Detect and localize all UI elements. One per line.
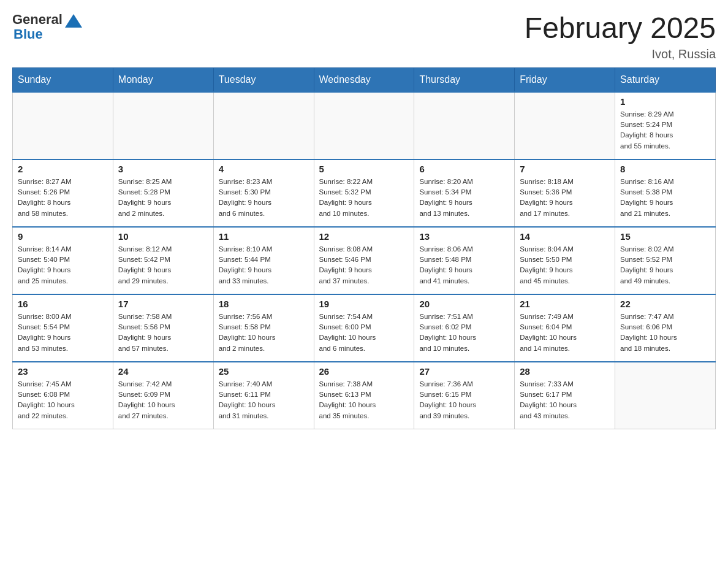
calendar-table: SundayMondayTuesdayWednesdayThursdayFrid…	[12, 67, 716, 430]
day-number: 21	[520, 299, 610, 309]
day-number: 25	[219, 366, 309, 377]
calendar-cell: 22Sunrise: 7:47 AMSunset: 6:06 PMDayligh…	[615, 294, 716, 362]
calendar-cell	[213, 92, 314, 159]
calendar-cell	[515, 92, 615, 159]
location-label: Ivot, Russia	[525, 47, 716, 61]
logo-blue-text: Blue	[13, 27, 83, 42]
day-number: 1	[620, 96, 710, 107]
column-header-wednesday: Wednesday	[314, 67, 414, 92]
day-number: 10	[118, 231, 208, 242]
logo-general-text: General	[12, 12, 63, 27]
day-info: Sunrise: 8:25 AMSunset: 5:28 PMDaylight:…	[118, 177, 208, 219]
day-number: 27	[419, 366, 509, 377]
calendar-cell: 12Sunrise: 8:08 AMSunset: 5:46 PMDayligh…	[314, 227, 414, 294]
day-number: 16	[18, 299, 108, 309]
day-number: 23	[18, 366, 108, 377]
calendar-cell: 3Sunrise: 8:25 AMSunset: 5:28 PMDaylight…	[113, 159, 213, 227]
day-number: 14	[520, 231, 610, 242]
day-number: 24	[118, 366, 208, 377]
week-row-5: 23Sunrise: 7:45 AMSunset: 6:08 PMDayligh…	[13, 362, 716, 429]
day-number: 26	[319, 366, 409, 377]
calendar-cell: 6Sunrise: 8:20 AMSunset: 5:34 PMDaylight…	[414, 159, 515, 227]
day-info: Sunrise: 7:47 AMSunset: 6:06 PMDaylight:…	[620, 312, 710, 354]
calendar-cell: 25Sunrise: 7:40 AMSunset: 6:11 PMDayligh…	[213, 362, 314, 429]
day-info: Sunrise: 7:38 AMSunset: 6:13 PMDaylight:…	[319, 379, 409, 421]
day-info: Sunrise: 7:54 AMSunset: 6:00 PMDaylight:…	[319, 312, 409, 354]
calendar-cell: 28Sunrise: 7:33 AMSunset: 6:17 PMDayligh…	[515, 362, 615, 429]
day-info: Sunrise: 8:04 AMSunset: 5:50 PMDaylight:…	[520, 244, 610, 286]
calendar-cell	[113, 92, 213, 159]
column-header-monday: Monday	[113, 67, 213, 92]
day-number: 9	[18, 231, 108, 242]
calendar-cell: 13Sunrise: 8:06 AMSunset: 5:48 PMDayligh…	[414, 227, 515, 294]
day-info: Sunrise: 8:08 AMSunset: 5:46 PMDaylight:…	[319, 244, 409, 286]
calendar-cell: 2Sunrise: 8:27 AMSunset: 5:26 PMDaylight…	[13, 159, 113, 227]
day-info: Sunrise: 7:36 AMSunset: 6:15 PMDaylight:…	[419, 379, 509, 421]
calendar-cell: 16Sunrise: 8:00 AMSunset: 5:54 PMDayligh…	[13, 294, 113, 362]
day-info: Sunrise: 8:16 AMSunset: 5:38 PMDaylight:…	[620, 177, 710, 219]
day-info: Sunrise: 8:18 AMSunset: 5:36 PMDaylight:…	[520, 177, 610, 219]
calendar-cell: 4Sunrise: 8:23 AMSunset: 5:30 PMDaylight…	[213, 159, 314, 227]
calendar-cell: 18Sunrise: 7:56 AMSunset: 5:58 PMDayligh…	[213, 294, 314, 362]
calendar-cell: 7Sunrise: 8:18 AMSunset: 5:36 PMDaylight…	[515, 159, 615, 227]
calendar-cell: 11Sunrise: 8:10 AMSunset: 5:44 PMDayligh…	[213, 227, 314, 294]
day-info: Sunrise: 7:51 AMSunset: 6:02 PMDaylight:…	[419, 312, 509, 354]
day-info: Sunrise: 8:27 AMSunset: 5:26 PMDaylight:…	[18, 177, 108, 219]
calendar-cell: 26Sunrise: 7:38 AMSunset: 6:13 PMDayligh…	[314, 362, 414, 429]
day-info: Sunrise: 7:45 AMSunset: 6:08 PMDaylight:…	[18, 379, 108, 421]
day-info: Sunrise: 8:14 AMSunset: 5:40 PMDaylight:…	[18, 244, 108, 286]
day-info: Sunrise: 7:58 AMSunset: 5:56 PMDaylight:…	[118, 312, 208, 354]
day-info: Sunrise: 8:20 AMSunset: 5:34 PMDaylight:…	[419, 177, 509, 219]
day-number: 15	[620, 231, 710, 242]
column-header-tuesday: Tuesday	[213, 67, 314, 92]
logo-triangle-icon	[65, 14, 82, 28]
day-number: 17	[118, 299, 208, 309]
day-number: 8	[620, 164, 710, 174]
week-row-2: 2Sunrise: 8:27 AMSunset: 5:26 PMDaylight…	[13, 159, 716, 227]
day-info: Sunrise: 8:06 AMSunset: 5:48 PMDaylight:…	[419, 244, 509, 286]
calendar-cell: 23Sunrise: 7:45 AMSunset: 6:08 PMDayligh…	[13, 362, 113, 429]
column-header-thursday: Thursday	[414, 67, 515, 92]
day-number: 13	[419, 231, 509, 242]
day-number: 12	[319, 231, 409, 242]
month-title: February 2025	[525, 12, 716, 45]
calendar-header-row: SundayMondayTuesdayWednesdayThursdayFrid…	[13, 67, 716, 92]
column-header-sunday: Sunday	[13, 67, 113, 92]
day-info: Sunrise: 7:40 AMSunset: 6:11 PMDaylight:…	[219, 379, 309, 421]
week-row-1: 1Sunrise: 8:29 AMSunset: 5:24 PMDaylight…	[13, 92, 716, 159]
calendar-cell: 8Sunrise: 8:16 AMSunset: 5:38 PMDaylight…	[615, 159, 716, 227]
calendar-cell: 24Sunrise: 7:42 AMSunset: 6:09 PMDayligh…	[113, 362, 213, 429]
day-number: 3	[118, 164, 208, 174]
day-number: 2	[18, 164, 108, 174]
calendar-cell	[314, 92, 414, 159]
calendar-cell: 1Sunrise: 8:29 AMSunset: 5:24 PMDaylight…	[615, 92, 716, 159]
calendar-cell: 19Sunrise: 7:54 AMSunset: 6:00 PMDayligh…	[314, 294, 414, 362]
day-info: Sunrise: 7:33 AMSunset: 6:17 PMDaylight:…	[520, 379, 610, 421]
calendar-cell: 20Sunrise: 7:51 AMSunset: 6:02 PMDayligh…	[414, 294, 515, 362]
column-header-saturday: Saturday	[615, 67, 716, 92]
day-number: 28	[520, 366, 610, 377]
column-header-friday: Friday	[515, 67, 615, 92]
day-info: Sunrise: 8:29 AMSunset: 5:24 PMDaylight:…	[620, 109, 710, 151]
day-number: 22	[620, 299, 710, 309]
day-info: Sunrise: 8:22 AMSunset: 5:32 PMDaylight:…	[319, 177, 409, 219]
week-row-4: 16Sunrise: 8:00 AMSunset: 5:54 PMDayligh…	[13, 294, 716, 362]
day-info: Sunrise: 8:23 AMSunset: 5:30 PMDaylight:…	[219, 177, 309, 219]
day-info: Sunrise: 7:42 AMSunset: 6:09 PMDaylight:…	[118, 379, 208, 421]
day-info: Sunrise: 8:02 AMSunset: 5:52 PMDaylight:…	[620, 244, 710, 286]
day-number: 11	[219, 231, 309, 242]
day-number: 4	[219, 164, 309, 174]
logo: General Blue	[12, 12, 83, 42]
calendar-cell	[414, 92, 515, 159]
week-row-3: 9Sunrise: 8:14 AMSunset: 5:40 PMDaylight…	[13, 227, 716, 294]
calendar-cell: 9Sunrise: 8:14 AMSunset: 5:40 PMDaylight…	[13, 227, 113, 294]
day-number: 7	[520, 164, 610, 174]
day-number: 19	[319, 299, 409, 309]
day-info: Sunrise: 7:49 AMSunset: 6:04 PMDaylight:…	[520, 312, 610, 354]
page-header: General Blue February 2025 Ivot, Russia	[12, 12, 716, 61]
calendar-cell: 17Sunrise: 7:58 AMSunset: 5:56 PMDayligh…	[113, 294, 213, 362]
day-info: Sunrise: 8:10 AMSunset: 5:44 PMDaylight:…	[219, 244, 309, 286]
day-number: 20	[419, 299, 509, 309]
calendar-cell: 14Sunrise: 8:04 AMSunset: 5:50 PMDayligh…	[515, 227, 615, 294]
title-block: February 2025 Ivot, Russia	[525, 12, 716, 61]
